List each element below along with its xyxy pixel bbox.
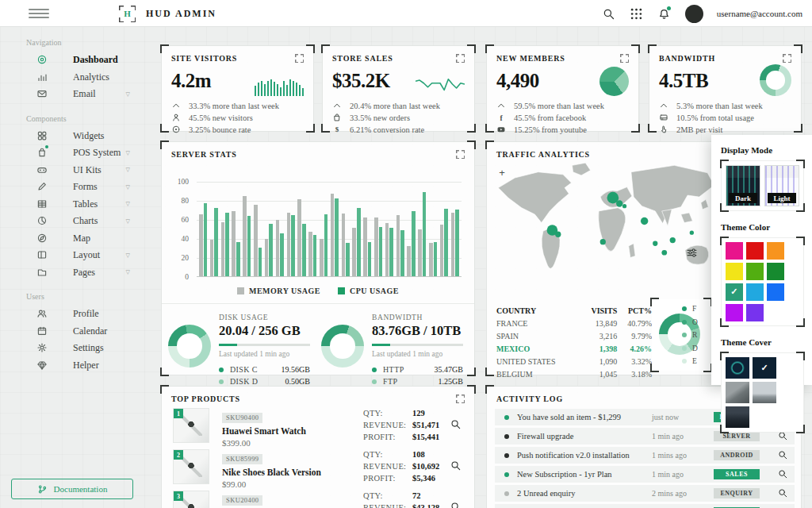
chevron-down-icon: ▽ — [126, 91, 130, 98]
sidebar-item-forms[interactable]: Forms▽ — [0, 179, 144, 196]
menu-toggle-button[interactable] — [29, 9, 49, 18]
display-mode-dark-option[interactable]: Dark — [726, 165, 760, 206]
disk-progress-bar — [219, 344, 310, 346]
card-title: ACTIVITY LOG — [496, 394, 563, 403]
activity-row[interactable]: 2 Unread enquiry2 mins agoENQUIRY — [495, 485, 795, 502]
sidebar-item-helper[interactable]: Helper — [0, 357, 144, 375]
sidebar-item-label: Charts — [73, 215, 98, 227]
sidebar-item-layout[interactable]: Layout▽ — [0, 247, 144, 264]
sidebar-item-label: Calendar — [73, 325, 107, 337]
usage-value: 20.04 / 256 GB — [219, 323, 310, 339]
table-row: SPAIN3,2169.79% — [496, 329, 652, 342]
chevron-down-icon: ▽ — [126, 269, 130, 275]
tables-icon — [36, 198, 48, 210]
status-dot — [504, 491, 509, 496]
y-axis-tick: 100 — [178, 178, 189, 186]
theme-cover-option-rock[interactable] — [726, 382, 749, 403]
table-cell: 3.32% — [617, 355, 652, 368]
avatar[interactable] — [685, 5, 703, 23]
expand-icon[interactable] — [783, 54, 791, 63]
column-header: PCT% — [617, 304, 652, 317]
product-magnifier-icon[interactable] — [450, 419, 462, 431]
theme-color-swatch[interactable] — [767, 242, 784, 260]
sidebar-item-settings[interactable]: Settings — [0, 340, 144, 357]
sidebar-item-profile[interactable]: Profile — [0, 306, 144, 323]
theme-color-swatch-selected[interactable]: ✓ — [726, 283, 743, 301]
theme-color-swatch[interactable] — [746, 283, 764, 301]
facebook-icon: f — [496, 113, 506, 122]
stat-info-text: 15.25% from youtube — [514, 125, 587, 134]
theme-cover-option-ring[interactable] — [726, 357, 749, 379]
sidebar-item-widgets[interactable]: Widgets — [0, 128, 144, 145]
notifications-bell-icon[interactable] — [657, 6, 672, 21]
table-header-row: COUNTRYVISITSPCT% — [496, 304, 652, 317]
sidebar-item-ui-kits[interactable]: UI Kits▽ — [0, 162, 144, 179]
theme-color-swatch[interactable] — [726, 242, 743, 260]
analytics-icon — [36, 71, 48, 83]
bar-pair — [199, 203, 207, 276]
theme-color-swatch[interactable] — [746, 263, 764, 280]
search-icon[interactable] — [602, 6, 616, 21]
theme-color-swatch[interactable] — [767, 263, 784, 280]
theme-cover-option-city[interactable] — [726, 406, 749, 428]
usage-item-value: 0.50GB — [285, 377, 310, 386]
theme-color-swatch[interactable] — [726, 304, 743, 321]
activity-row[interactable]: Push notification v2.0 installation1 min… — [495, 447, 795, 464]
product-sku-badge: SKU20400 — [222, 495, 262, 506]
revenue-label: REVENUE: — [363, 462, 412, 474]
expand-icon[interactable] — [456, 394, 465, 403]
expand-icon[interactable] — [456, 150, 465, 159]
display-mode-light-option[interactable]: Light — [764, 165, 799, 206]
theme-color-swatch[interactable] — [726, 263, 743, 280]
sidebar-item-analytics[interactable]: Analytics — [0, 69, 144, 87]
y-axis: 100806040200 — [171, 182, 192, 277]
pos-icon — [36, 147, 48, 158]
product-magnifier-icon[interactable] — [450, 460, 462, 472]
magnifier-icon — [778, 488, 787, 498]
app-logo[interactable]: H — [119, 6, 136, 22]
sidebar-item-tables[interactable]: Tables▽ — [0, 196, 144, 214]
theme-color-swatch[interactable] — [767, 283, 784, 301]
activity-magnifier-icon[interactable] — [777, 450, 788, 461]
expand-icon[interactable] — [620, 54, 629, 63]
apps-grid-icon[interactable] — [630, 6, 644, 21]
theme-settings-panel: Display Mode Dark Light Theme Color ✓ Th… — [711, 135, 812, 385]
sidebar-item-charts[interactable]: Charts▽ — [0, 213, 144, 230]
sidebar-item-label: POS System — [73, 147, 121, 159]
activity-row[interactable]: New Subscription - 1yr Plan1 min agoSALE… — [495, 466, 795, 483]
card-title: BANDWIDTH — [659, 54, 715, 63]
bar-pair — [342, 214, 350, 276]
sidebar-item-calendar[interactable]: Calendar — [0, 323, 144, 341]
product-sku-badge: SKU85999 — [222, 454, 262, 464]
notification-dot — [667, 6, 671, 10]
sidebar-item-pos-system[interactable]: POS System▽ — [0, 144, 144, 162]
theme-color-swatch[interactable] — [746, 242, 764, 260]
sidebar-item-dashboard[interactable]: Dashboard — [0, 52, 144, 69]
sidebar-item-map[interactable]: Map — [0, 230, 144, 248]
expand-icon[interactable] — [295, 54, 304, 63]
activity-row[interactable] — [495, 504, 795, 508]
sidebar-item-pages[interactable]: Pages▽ — [0, 264, 144, 282]
card-title: TOP PRODUCTS — [171, 394, 240, 403]
theme-cover-option-station[interactable] — [753, 382, 776, 403]
activity-magnifier-icon[interactable] — [777, 488, 788, 499]
profit-label: PROFIT: — [363, 474, 412, 486]
usage-label: DISK USAGE — [219, 314, 310, 321]
map-filter-sliders-icon[interactable] — [685, 247, 698, 260]
sidebar-item-email[interactable]: Email▽ — [0, 86, 144, 103]
activity-magnifier-icon[interactable] — [777, 431, 788, 442]
theme-cover-option-check-selected[interactable]: ✓ — [753, 357, 776, 379]
legend-letter: E — [692, 357, 697, 365]
table-cell: UNITED STATES — [496, 355, 580, 368]
stat-card-store-sales: STORE SALES$35.2K20.4% more than last we… — [322, 45, 475, 132]
y-axis-tick: 80 — [182, 197, 190, 205]
product-magnifier-icon[interactable] — [450, 502, 462, 508]
expand-icon[interactable] — [456, 54, 465, 63]
stat-info-text: 20.4% more than last week — [350, 102, 440, 110]
legend-letter: D — [692, 344, 698, 352]
activity-magnifier-icon[interactable] — [777, 469, 788, 480]
theme-color-swatch[interactable] — [746, 304, 764, 321]
svg-text:$: $ — [335, 125, 339, 133]
sidebar-item-label: Email — [73, 88, 96, 100]
usage-updated: Last updated 1 min ago — [219, 350, 310, 358]
